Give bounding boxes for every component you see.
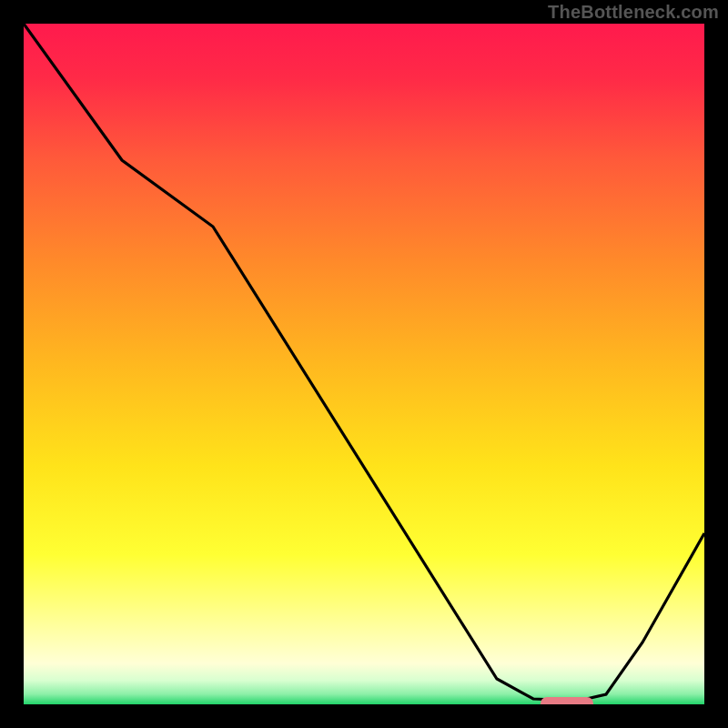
plot-area	[24, 24, 704, 704]
optimal-marker	[541, 697, 593, 704]
watermark-text: TheBottleneck.com	[548, 2, 719, 23]
plot-svg	[24, 24, 704, 704]
heat-background	[24, 24, 704, 704]
chart-frame: TheBottleneck.com	[0, 0, 728, 728]
